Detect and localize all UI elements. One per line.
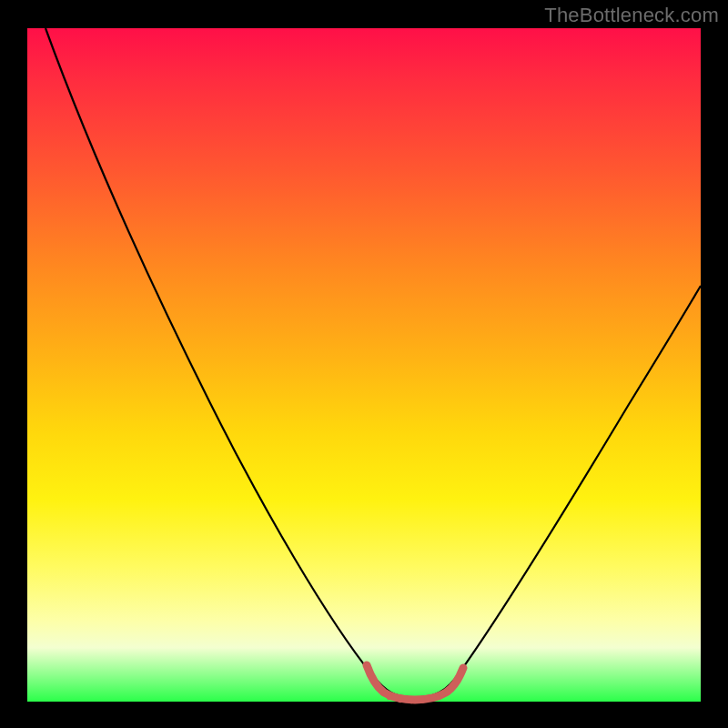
svg-point-1 <box>398 697 403 703</box>
svg-point-5 <box>440 692 445 697</box>
plot-area <box>27 28 701 702</box>
chart-frame: TheBottleneck.com <box>0 0 728 728</box>
svg-point-4 <box>430 695 436 701</box>
svg-point-0 <box>387 694 392 700</box>
watermark-text: TheBottleneck.com <box>544 4 719 27</box>
svg-point-2 <box>409 698 414 703</box>
svg-point-3 <box>420 697 425 703</box>
curve-svg <box>27 28 701 702</box>
bottleneck-curve <box>46 28 701 697</box>
optimal-plateau <box>367 665 463 700</box>
